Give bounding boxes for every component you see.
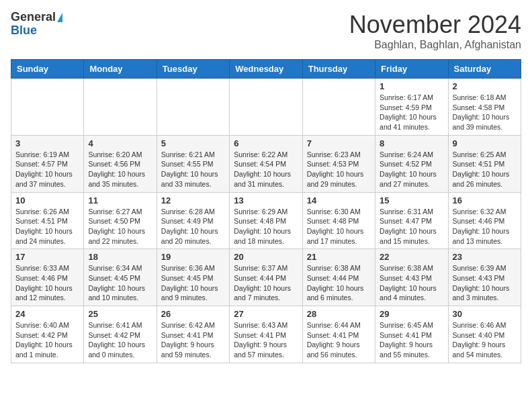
table-row: 13Sunrise: 6:29 AM Sunset: 4:48 PM Dayli… — [230, 192, 302, 249]
day-info: Sunrise: 6:24 AM Sunset: 4:52 PM Dayligh… — [380, 150, 443, 189]
table-row: 11Sunrise: 6:27 AM Sunset: 4:50 PM Dayli… — [84, 192, 157, 249]
logo-icon — [57, 13, 62, 22]
table-row: 23Sunrise: 6:39 AM Sunset: 4:43 PM Dayli… — [448, 249, 521, 306]
table-row: 30Sunrise: 6:46 AM Sunset: 4:40 PM Dayli… — [448, 306, 521, 363]
day-number: 5 — [161, 138, 225, 148]
day-info: Sunrise: 6:42 AM Sunset: 4:41 PM Dayligh… — [161, 320, 225, 360]
day-number: 10 — [15, 195, 79, 205]
day-info: Sunrise: 6:27 AM Sunset: 4:50 PM Dayligh… — [88, 207, 152, 246]
day-info: Sunrise: 6:20 AM Sunset: 4:56 PM Dayligh… — [88, 150, 152, 189]
table-row — [230, 79, 302, 136]
day-info: Sunrise: 6:25 AM Sunset: 4:51 PM Dayligh… — [453, 150, 517, 189]
table-row: 9Sunrise: 6:25 AM Sunset: 4:51 PM Daylig… — [448, 135, 521, 192]
table-row: 20Sunrise: 6:37 AM Sunset: 4:44 PM Dayli… — [230, 249, 302, 306]
day-number: 19 — [161, 252, 225, 262]
day-number: 14 — [307, 195, 371, 205]
day-info: Sunrise: 6:44 AM Sunset: 4:41 PM Dayligh… — [307, 320, 371, 360]
day-number: 28 — [307, 309, 371, 319]
calendar-week-row: 24Sunrise: 6:40 AM Sunset: 4:42 PM Dayli… — [11, 306, 521, 363]
table-row: 25Sunrise: 6:41 AM Sunset: 4:42 PM Dayli… — [84, 306, 157, 363]
table-row: 24Sunrise: 6:40 AM Sunset: 4:42 PM Dayli… — [11, 306, 84, 363]
table-row: 18Sunrise: 6:34 AM Sunset: 4:45 PM Dayli… — [84, 249, 157, 306]
location-title: Baghlan, Baghlan, Afghanistan — [349, 39, 521, 51]
title-block: November 2024 Baghlan, Baghlan, Afghanis… — [349, 11, 521, 51]
day-info: Sunrise: 6:19 AM Sunset: 4:57 PM Dayligh… — [15, 150, 79, 189]
header-sunday: Sunday — [11, 60, 84, 79]
table-row — [157, 79, 229, 136]
day-number: 17 — [15, 252, 79, 262]
day-number: 26 — [161, 309, 225, 319]
table-row: 8Sunrise: 6:24 AM Sunset: 4:52 PM Daylig… — [375, 135, 448, 192]
day-info: Sunrise: 6:46 AM Sunset: 4:40 PM Dayligh… — [453, 320, 517, 360]
day-number: 30 — [453, 309, 517, 319]
logo-general-text: General — [11, 10, 56, 24]
header-thursday: Thursday — [302, 60, 375, 79]
day-number: 23 — [453, 252, 517, 262]
day-number: 25 — [88, 309, 152, 319]
day-info: Sunrise: 6:43 AM Sunset: 4:41 PM Dayligh… — [234, 320, 298, 360]
day-info: Sunrise: 6:29 AM Sunset: 4:48 PM Dayligh… — [234, 207, 298, 246]
day-number: 6 — [234, 138, 298, 148]
day-number: 13 — [234, 195, 298, 205]
day-info: Sunrise: 6:21 AM Sunset: 4:55 PM Dayligh… — [161, 150, 225, 189]
logo-blue-text: Blue — [11, 24, 62, 38]
calendar-week-row: 17Sunrise: 6:33 AM Sunset: 4:46 PM Dayli… — [11, 249, 521, 306]
day-number: 20 — [234, 252, 298, 262]
table-row: 15Sunrise: 6:31 AM Sunset: 4:47 PM Dayli… — [375, 192, 448, 249]
table-row: 29Sunrise: 6:45 AM Sunset: 4:41 PM Dayli… — [375, 306, 448, 363]
day-info: Sunrise: 6:17 AM Sunset: 4:59 PM Dayligh… — [380, 93, 443, 132]
day-number: 1 — [380, 81, 443, 91]
table-row: 26Sunrise: 6:42 AM Sunset: 4:41 PM Dayli… — [157, 306, 229, 363]
day-info: Sunrise: 6:30 AM Sunset: 4:48 PM Dayligh… — [307, 207, 371, 246]
table-row: 4Sunrise: 6:20 AM Sunset: 4:56 PM Daylig… — [84, 135, 157, 192]
calendar-table: Sunday Monday Tuesday Wednesday Thursday… — [11, 59, 521, 363]
day-number: 24 — [15, 309, 79, 319]
day-info: Sunrise: 6:36 AM Sunset: 4:45 PM Dayligh… — [161, 263, 225, 303]
month-title: November 2024 — [349, 11, 521, 39]
calendar-week-row: 10Sunrise: 6:26 AM Sunset: 4:51 PM Dayli… — [11, 192, 521, 249]
table-row: 21Sunrise: 6:38 AM Sunset: 4:44 PM Dayli… — [302, 249, 375, 306]
table-row — [11, 79, 84, 136]
day-info: Sunrise: 6:38 AM Sunset: 4:43 PM Dayligh… — [380, 263, 443, 303]
day-info: Sunrise: 6:33 AM Sunset: 4:46 PM Dayligh… — [15, 263, 79, 303]
day-info: Sunrise: 6:22 AM Sunset: 4:54 PM Dayligh… — [234, 150, 298, 189]
day-info: Sunrise: 6:26 AM Sunset: 4:51 PM Dayligh… — [15, 207, 79, 246]
header-wednesday: Wednesday — [230, 60, 302, 79]
header-friday: Friday — [375, 60, 448, 79]
table-row: 1Sunrise: 6:17 AM Sunset: 4:59 PM Daylig… — [375, 79, 448, 136]
day-info: Sunrise: 6:34 AM Sunset: 4:45 PM Dayligh… — [88, 263, 152, 303]
day-number: 11 — [88, 195, 152, 205]
day-number: 4 — [88, 138, 152, 148]
table-row: 12Sunrise: 6:28 AM Sunset: 4:49 PM Dayli… — [157, 192, 229, 249]
day-info: Sunrise: 6:23 AM Sunset: 4:53 PM Dayligh… — [307, 150, 371, 189]
day-info: Sunrise: 6:28 AM Sunset: 4:49 PM Dayligh… — [161, 207, 225, 246]
table-row: 22Sunrise: 6:38 AM Sunset: 4:43 PM Dayli… — [375, 249, 448, 306]
calendar-week-row: 1Sunrise: 6:17 AM Sunset: 4:59 PM Daylig… — [11, 79, 521, 136]
day-number: 9 — [453, 138, 517, 148]
day-number: 27 — [234, 309, 298, 319]
table-row: 2Sunrise: 6:18 AM Sunset: 4:58 PM Daylig… — [448, 79, 521, 136]
logo: General Blue — [11, 11, 62, 38]
day-number: 2 — [453, 81, 517, 91]
table-row: 28Sunrise: 6:44 AM Sunset: 4:41 PM Dayli… — [302, 306, 375, 363]
day-info: Sunrise: 6:37 AM Sunset: 4:44 PM Dayligh… — [234, 263, 298, 303]
header-monday: Monday — [84, 60, 157, 79]
table-row: 14Sunrise: 6:30 AM Sunset: 4:48 PM Dayli… — [302, 192, 375, 249]
table-row: 19Sunrise: 6:36 AM Sunset: 4:45 PM Dayli… — [157, 249, 229, 306]
table-row: 10Sunrise: 6:26 AM Sunset: 4:51 PM Dayli… — [11, 192, 84, 249]
day-info: Sunrise: 6:39 AM Sunset: 4:43 PM Dayligh… — [453, 263, 517, 303]
table-row: 27Sunrise: 6:43 AM Sunset: 4:41 PM Dayli… — [230, 306, 302, 363]
table-row: 3Sunrise: 6:19 AM Sunset: 4:57 PM Daylig… — [11, 135, 84, 192]
table-row: 7Sunrise: 6:23 AM Sunset: 4:53 PM Daylig… — [302, 135, 375, 192]
day-number: 15 — [380, 195, 443, 205]
table-row — [84, 79, 157, 136]
table-row: 6Sunrise: 6:22 AM Sunset: 4:54 PM Daylig… — [230, 135, 302, 192]
day-info: Sunrise: 6:18 AM Sunset: 4:58 PM Dayligh… — [453, 93, 517, 132]
calendar-week-row: 3Sunrise: 6:19 AM Sunset: 4:57 PM Daylig… — [11, 135, 521, 192]
header-saturday: Saturday — [448, 60, 521, 79]
table-row: 16Sunrise: 6:32 AM Sunset: 4:46 PM Dayli… — [448, 192, 521, 249]
table-row — [302, 79, 375, 136]
day-number: 29 — [380, 309, 443, 319]
day-info: Sunrise: 6:41 AM Sunset: 4:42 PM Dayligh… — [88, 320, 152, 360]
day-number: 8 — [380, 138, 443, 148]
